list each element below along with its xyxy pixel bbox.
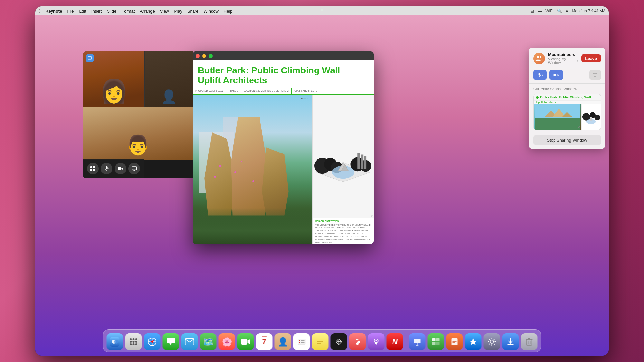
- dock-item-news[interactable]: N: [387, 333, 403, 350]
- mic-chevron-icon: ▾: [542, 74, 543, 77]
- dock-item-appstore[interactable]: [465, 333, 482, 350]
- leave-button[interactable]: Leave: [581, 54, 601, 62]
- menu-extras[interactable]: ●: [566, 9, 568, 13]
- dock-item-downloads[interactable]: [502, 333, 519, 350]
- proposed-date-cell: PROPOSED DATE: 6.19.22: [193, 88, 226, 94]
- menu-arrange[interactable]: Arrange: [140, 9, 155, 14]
- share-screen-popup-button[interactable]: [589, 70, 601, 80]
- fig-label: FIG. 01: [301, 97, 310, 100]
- svg-point-56: [299, 342, 300, 343]
- dock-separator: [406, 334, 406, 348]
- popup-header: Mountaineers Viewing My Window › Leave: [529, 48, 605, 68]
- dock-item-photos[interactable]: 🌸: [219, 333, 235, 350]
- dock-item-podcasts[interactable]: [368, 333, 385, 350]
- dock-item-trash[interactable]: [521, 333, 538, 350]
- svg-rect-69: [432, 342, 436, 345]
- dock-item-calendar[interactable]: JUN 7: [256, 333, 273, 350]
- dock-item-appletv[interactable]: [331, 333, 347, 350]
- dock-item-reminders[interactable]: [293, 333, 310, 350]
- mic-control-button[interactable]: ▾: [533, 70, 547, 80]
- dock-item-messages[interactable]: [163, 333, 179, 350]
- minimize-button[interactable]: [202, 54, 206, 58]
- svg-rect-0: [88, 57, 92, 59]
- svg-marker-50: [150, 339, 155, 344]
- svg-point-46: [135, 343, 137, 345]
- svg-rect-54: [298, 339, 305, 345]
- facetime-window: [83, 51, 193, 178]
- svg-rect-64: [414, 339, 421, 343]
- dock-item-notes[interactable]: [312, 333, 329, 350]
- dock: 🗺️ 🌸 JUN 7 👤: [103, 329, 541, 352]
- menu-help[interactable]: Help: [224, 9, 232, 14]
- grid-view-button[interactable]: [87, 163, 99, 174]
- menu-window[interactable]: Window: [204, 9, 219, 14]
- dock-item-syspreferences[interactable]: [484, 333, 500, 350]
- svg-rect-19: [364, 156, 366, 169]
- svg-rect-70: [436, 342, 440, 345]
- camera-button[interactable]: [115, 163, 126, 174]
- close-button[interactable]: [196, 54, 200, 58]
- menu-share[interactable]: Share: [187, 9, 199, 14]
- svg-point-20: [537, 56, 539, 58]
- menu-insert[interactable]: Insert: [91, 9, 102, 14]
- dock-item-pages[interactable]: [446, 333, 463, 350]
- slide-title: Butler Park: Public Climbing Wall Uplift…: [198, 66, 368, 86]
- fullscreen-button[interactable]: [209, 54, 213, 58]
- screen-share-button[interactable]: [128, 163, 140, 174]
- svg-point-37: [114, 340, 118, 344]
- svg-rect-18: [361, 154, 363, 169]
- dock-item-safari[interactable]: [144, 333, 161, 350]
- dock-item-numbers[interactable]: [428, 333, 444, 350]
- menu-play[interactable]: Play: [174, 9, 182, 14]
- search-icon[interactable]: 🔍: [557, 9, 562, 13]
- dock-item-keynote[interactable]: [409, 333, 426, 350]
- video-chevron-icon: ▾: [558, 74, 559, 77]
- svg-rect-71: [452, 338, 458, 345]
- shared-window-section-title: Currently Shared Window: [533, 87, 601, 91]
- rock-structure-2: [231, 117, 267, 216]
- menu-view[interactable]: View: [160, 9, 169, 14]
- window-manager-icon[interactable]: ⊞: [530, 9, 534, 14]
- rock-structure-3: [262, 147, 289, 216]
- popup-group-info: Mountaineers Viewing My Window ›: [548, 52, 578, 65]
- menu-format[interactable]: Format: [121, 9, 135, 14]
- dock-item-mail[interactable]: [181, 333, 198, 350]
- popup-subtitle[interactable]: Viewing My Window ›: [548, 57, 578, 65]
- menu-app-name[interactable]: Keynote: [45, 9, 62, 14]
- dock-item-maps[interactable]: 🗺️: [200, 333, 217, 350]
- wifi-icon[interactable]: WiFi: [545, 9, 553, 13]
- menu-file[interactable]: File: [67, 9, 74, 14]
- dock-item-facetime[interactable]: [237, 333, 254, 350]
- green-dot-indicator: [536, 96, 539, 99]
- shared-title-line2: Uplift Architects: [534, 101, 601, 104]
- shared-window-preview[interactable]: Butler Park: Public Climbing Wall Uplift…: [533, 94, 601, 130]
- svg-rect-4: [93, 169, 95, 171]
- keynote-window: Butler Park: Public Climbing Wall Uplift…: [193, 51, 374, 244]
- calendar-date: 7: [262, 338, 266, 346]
- facetime-controls: [83, 159, 144, 178]
- stop-sharing-button[interactable]: Stop Sharing Window: [533, 135, 601, 145]
- svg-rect-77: [527, 339, 532, 345]
- svg-point-41: [130, 341, 132, 343]
- menu-slide[interactable]: Slide: [107, 9, 116, 14]
- popup-group-name: Mountaineers: [548, 52, 578, 57]
- menubar:  Keynote File Edit Insert Slide Format …: [35, 6, 609, 15]
- battery-icon[interactable]: ▬: [538, 9, 542, 13]
- dock-item-launchpad[interactable]: [125, 333, 142, 350]
- svg-point-40: [135, 338, 137, 340]
- apple-menu[interactable]: : [39, 8, 40, 14]
- location-cell: LOCATION: 153 MERRICK ST, DETROIT, MI: [241, 88, 292, 94]
- video-control-button[interactable]: ▾: [549, 70, 563, 80]
- dock-item-finder[interactable]: [107, 333, 123, 350]
- popup-controls: ▾ ▾: [529, 68, 605, 83]
- svg-point-38: [130, 338, 132, 340]
- svg-rect-23: [593, 73, 597, 76]
- menubar-right: ⊞ ▬ WiFi 🔍 ● Mon Jun 7 9:41 AM: [530, 9, 605, 14]
- menu-edit[interactable]: Edit: [79, 9, 86, 14]
- mute-button[interactable]: [101, 163, 112, 174]
- design-objectives-title: DESIGN OBJECTIVES: [315, 220, 371, 222]
- dock-item-music[interactable]: [349, 333, 366, 350]
- svg-rect-17: [357, 153, 360, 169]
- clock: Mon Jun 7 9:41 AM: [572, 9, 605, 13]
- dock-item-contacts[interactable]: 👤: [275, 333, 291, 350]
